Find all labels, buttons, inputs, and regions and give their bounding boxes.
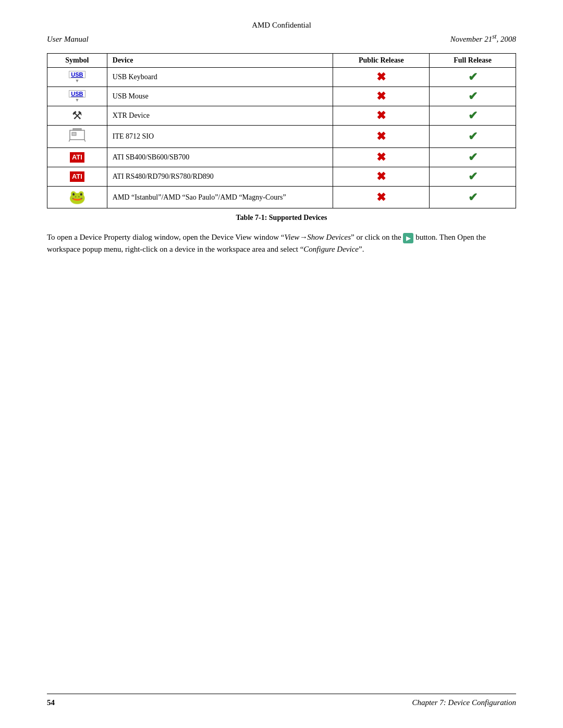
usb-icon: USB ▼ (53, 71, 102, 83)
ite-icon (69, 128, 85, 143)
symbol-cell-amd: 🐸 (47, 187, 107, 208)
check-mark-icon: ✔ (468, 191, 478, 204)
full-release-amd: ✔ (430, 187, 516, 208)
body-paragraph: To open a Device Property dialog window,… (47, 231, 516, 256)
toolbar-icon-inline: ▶ (403, 233, 413, 243)
svg-line-3 (84, 140, 85, 142)
table-header-device: Device (107, 54, 333, 68)
confidential-label: AMD Confidential (252, 21, 311, 29)
x-mark-icon: ✖ (376, 151, 386, 164)
public-release-ati-sb: ✖ (333, 148, 430, 167)
table-header-symbol: Symbol (47, 54, 107, 68)
page-number: 54 (47, 698, 55, 707)
svg-rect-1 (72, 132, 76, 135)
full-release-ati-rs: ✔ (430, 167, 516, 187)
table-header-full: Full Release (430, 54, 516, 68)
x-mark-icon: ✖ (376, 191, 386, 204)
full-release-ite: ✔ (430, 126, 516, 148)
table-row: USB ▼ USB Mouse ✖ ✔ (47, 87, 516, 106)
check-mark-icon: ✔ (468, 109, 478, 122)
amd-frog-icon: 🐸 (69, 190, 85, 205)
header-row: User Manual November 21st, 2008 (47, 33, 516, 44)
chapter-label: Chapter 7: Device Configuration (412, 698, 516, 707)
full-release-usb-mouse: ✔ (430, 87, 516, 106)
device-name-amd: AMD “Istanbul”/AMD “Sao Paulo”/AMD “Magn… (107, 187, 333, 208)
symbol-cell-ati2: ATI (47, 167, 107, 187)
public-release-ite: ✖ (333, 126, 430, 148)
symbol-cell-ite (47, 126, 107, 148)
usb-icon: USB ▼ (53, 90, 102, 103)
device-name-xtr: XTR Device (107, 106, 333, 126)
check-mark-icon: ✔ (468, 130, 478, 143)
symbol-cell-ati1: ATI (47, 148, 107, 167)
x-mark-icon: ✖ (376, 170, 386, 183)
document-date: November 21st, 2008 (450, 33, 516, 44)
table-row: ITE 8712 SIO ✖ ✔ (47, 126, 516, 148)
check-mark-icon: ✔ (468, 90, 478, 103)
check-mark-icon: ✔ (468, 151, 478, 164)
device-name-ati-sb: ATI SB400/SB600/SB700 (107, 148, 333, 167)
table-row: ⚒ XTR Device ✖ ✔ (47, 106, 516, 126)
device-name-usb-mouse: USB Mouse (107, 87, 333, 106)
table-row: USB ▼ USB Keyboard ✖ ✔ (47, 68, 516, 87)
full-release-ati-sb: ✔ (430, 148, 516, 167)
x-mark-icon: ✖ (376, 90, 386, 103)
device-name-ite: ITE 8712 SIO (107, 126, 333, 148)
symbol-cell-usb-mouse: USB ▼ (47, 87, 107, 106)
svg-line-2 (69, 140, 70, 142)
symbol-cell-xtr: ⚒ (47, 106, 107, 126)
x-mark-icon: ✖ (376, 70, 386, 83)
table-header-public: Public Release (333, 54, 430, 68)
public-release-ati-rs: ✖ (333, 167, 430, 187)
ati-icon: ATI (70, 152, 84, 163)
public-release-xtr: ✖ (333, 106, 430, 126)
x-mark-icon: ✖ (376, 109, 386, 122)
ite-device-svg (69, 128, 85, 143)
table-row: 🐸 AMD “Istanbul”/AMD “Sao Paulo”/AMD “Ma… (47, 187, 516, 208)
table-row: ATI ATI RS480/RD790/RS780/RD890 ✖ ✔ (47, 167, 516, 187)
public-release-amd: ✖ (333, 187, 430, 208)
x-mark-icon: ✖ (376, 130, 386, 143)
check-mark-icon: ✔ (468, 70, 478, 83)
full-release-usb-keyboard: ✔ (430, 68, 516, 87)
full-release-xtr: ✔ (430, 106, 516, 126)
xtr-icon: ⚒ (72, 109, 82, 122)
public-release-usb-mouse: ✖ (333, 87, 430, 106)
page-footer: 54 Chapter 7: Device Configuration (47, 694, 516, 707)
document-type: User Manual (47, 35, 89, 44)
check-mark-icon: ✔ (468, 170, 478, 183)
page-header: AMD Confidential (47, 21, 516, 30)
table-row: ATI ATI SB400/SB600/SB700 ✖ ✔ (47, 148, 516, 167)
public-release-usb-keyboard: ✖ (333, 68, 430, 87)
ati-icon: ATI (70, 171, 84, 182)
page: AMD Confidential User Manual November 21… (0, 0, 563, 728)
device-name-usb-keyboard: USB Keyboard (107, 68, 333, 87)
svg-rect-4 (73, 128, 81, 130)
table-caption: Table 7-1: Supported Devices (47, 214, 516, 222)
supported-devices-table: Symbol Device Public Release Full Releas… (47, 53, 516, 208)
symbol-cell-usb-keyboard: USB ▼ (47, 68, 107, 87)
device-name-ati-rs: ATI RS480/RD790/RS780/RD890 (107, 167, 333, 187)
